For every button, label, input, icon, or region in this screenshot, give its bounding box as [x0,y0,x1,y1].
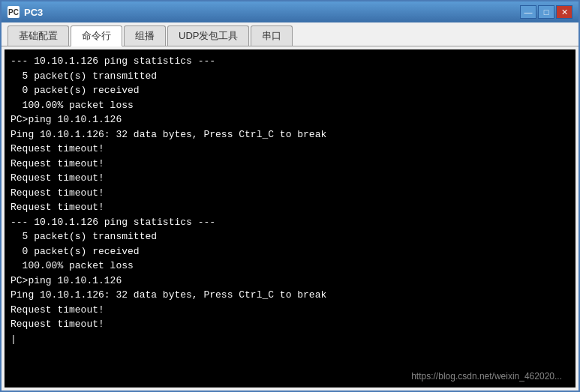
tab-multicast[interactable]: 组播 [124,25,166,46]
tab-serial[interactable]: 串口 [251,25,293,46]
window-title: PC3 [24,7,520,18]
terminal-line: | [11,332,569,347]
terminal-line: 0 packet(s) received [11,83,569,98]
main-window: PC PC3 — □ ✕ 基础配置 命令行 组播 UDP发包工具 串口 --- … [0,0,580,392]
terminal-line: PC>ping 10.10.1.126 [11,274,569,289]
terminal-line: Request timeout! [11,200,569,215]
window-controls: — □ ✕ [520,5,572,19]
watermark: https://blog.csdn.net/weixin_462020... [411,370,562,383]
close-button[interactable]: ✕ [556,5,572,19]
minimize-button[interactable]: — [520,5,536,19]
terminal-line: --- 10.10.1.126 ping statistics --- [11,54,569,69]
tab-udp-tool[interactable]: UDP发包工具 [167,25,249,46]
terminal-line: Request timeout! [11,303,569,318]
terminal-line: Ping 10.10.1.126: 32 data bytes, Press C… [11,288,569,303]
content-area: --- 10.10.1.126 ping statistics --- 5 pa… [2,46,578,391]
title-bar: PC PC3 — □ ✕ [2,1,578,22]
maximize-button[interactable]: □ [538,5,554,19]
terminal-line: Request timeout! [11,171,569,186]
terminal-line: 5 packet(s) transmitted [11,69,569,84]
window-icon: PC [8,6,20,18]
terminal-line: Request timeout! [11,186,569,201]
tab-bar: 基础配置 命令行 组播 UDP发包工具 串口 [2,22,578,46]
terminal-line: Ping 10.10.1.126: 32 data bytes, Press C… [11,127,569,142]
terminal-line: Request timeout! [11,157,569,172]
terminal-line: 0 packet(s) received [11,244,569,259]
tab-basic-config[interactable]: 基础配置 [8,25,69,46]
tab-command-line[interactable]: 命令行 [71,25,122,46]
terminal-line: 100.00% packet loss [11,98,569,113]
terminal-line: Request timeout! [11,142,569,157]
terminal-line: PC>ping 10.10.1.126 [11,112,569,127]
terminal-line: 5 packet(s) transmitted [11,229,569,244]
terminal-line: 100.00% packet loss [11,259,569,274]
terminal[interactable]: --- 10.10.1.126 ping statistics --- 5 pa… [5,49,575,388]
terminal-line: --- 10.10.1.126 ping statistics --- [11,215,569,230]
terminal-wrapper: --- 10.10.1.126 ping statistics --- 5 pa… [5,49,575,388]
terminal-line: Request timeout! [11,317,569,332]
